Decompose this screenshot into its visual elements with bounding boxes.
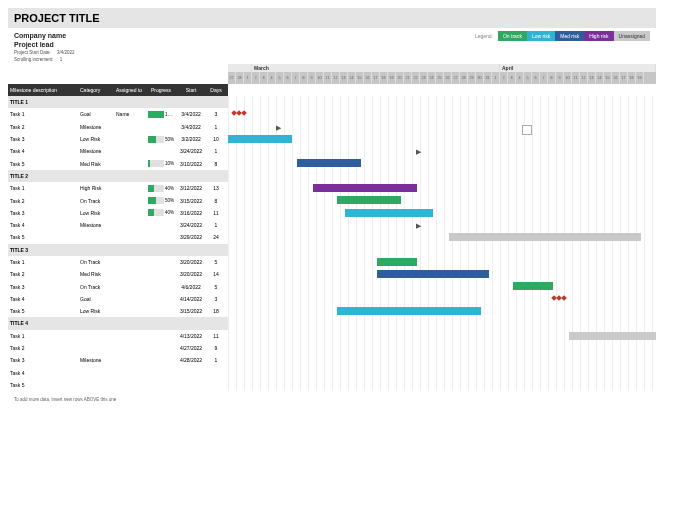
day-cell: 21 <box>404 72 412 84</box>
task-row: Task 1On Track3/20/20225 <box>8 256 228 268</box>
col-cat: Category <box>78 87 114 93</box>
day-cell: 11 <box>324 72 332 84</box>
day-cell: 8 <box>300 72 308 84</box>
cell-start: 3/2/2022 <box>176 136 206 142</box>
day-cell: 28 <box>460 72 468 84</box>
day-cell: 30 <box>476 72 484 84</box>
day-cell: 25 <box>436 72 444 84</box>
task-row: Task 4Milestone3/24/20221 <box>8 219 228 231</box>
cell-category: Med Risk <box>78 161 114 167</box>
gantt-row <box>228 367 656 379</box>
cell-start: 3/24/2022 <box>176 222 206 228</box>
gantt-bar <box>513 282 553 290</box>
cell-desc: Task 5 <box>8 234 78 240</box>
start-date-label: Project Start Date: <box>14 50 51 55</box>
column-header-row: Milestone description Category Assigned … <box>8 84 228 96</box>
cell-progress: 40% <box>146 185 176 192</box>
gantt-row <box>228 354 656 366</box>
gantt-bar <box>337 307 481 315</box>
day-cell: 2 <box>252 72 260 84</box>
month-label: April <box>500 64 656 72</box>
day-cell: 24 <box>428 72 436 84</box>
day-cell: 22 <box>412 72 420 84</box>
cell-category: On Track <box>78 284 114 290</box>
cell-desc: Task 2 <box>8 271 78 277</box>
task-row: Task 4 <box>8 367 228 379</box>
day-cell: 3 <box>508 72 516 84</box>
cell-start: 3/4/2022 <box>176 124 206 130</box>
cell-category: Milestone <box>78 124 114 130</box>
cell-days: 24 <box>206 234 226 240</box>
gantt-bar <box>228 135 292 143</box>
day-cell: 19 <box>388 72 396 84</box>
cell-desc: TITLE 2 <box>8 173 78 179</box>
legend-chip: Low risk <box>527 31 555 41</box>
body-wrap: Milestone description Category Assigned … <box>8 64 656 391</box>
gantt-row: ▶ <box>228 121 656 133</box>
section-title-row: TITLE 3 <box>8 244 228 256</box>
day-cell: 15 <box>356 72 364 84</box>
cell-desc: Task 4 <box>8 296 78 302</box>
cell-start: 3/16/2022 <box>176 210 206 216</box>
cell-start: 4/13/2022 <box>176 333 206 339</box>
gantt-row <box>228 268 656 280</box>
day-cell: 15 <box>604 72 612 84</box>
day-cell: 4 <box>268 72 276 84</box>
cell-desc: Task 3 <box>8 136 78 142</box>
gantt-row <box>228 342 656 354</box>
day-cell: 5 <box>276 72 284 84</box>
legend-chip: On track <box>498 31 527 41</box>
task-row: Task 24/27/20229 <box>8 342 228 354</box>
cell-category: On Track <box>78 198 114 204</box>
gantt-bar <box>313 184 417 192</box>
gantt-row <box>228 96 656 108</box>
left-panel: Milestone description Category Assigned … <box>8 64 228 391</box>
project-title: PROJECT TITLE <box>14 12 100 24</box>
cell-desc: Task 3 <box>8 210 78 216</box>
task-row: Task 3Low Risk50%3/2/202210 <box>8 133 228 145</box>
day-cell: 27 <box>452 72 460 84</box>
col-start: Start <box>176 87 206 93</box>
day-cell: 23 <box>420 72 428 84</box>
day-cell: 31 <box>484 72 492 84</box>
day-cell: 12 <box>580 72 588 84</box>
start-date-value: 3/4/2022 <box>57 50 75 55</box>
gantt-bar <box>449 233 641 241</box>
external-checkbox[interactable] <box>522 125 532 135</box>
legend-chip: Med risk <box>555 31 584 41</box>
cell-desc: Task 5 <box>8 308 78 314</box>
day-cell: 7 <box>292 72 300 84</box>
day-cell: 1 <box>492 72 500 84</box>
cell-desc: Task 1 <box>8 185 78 191</box>
cell-desc: Task 5 <box>8 161 78 167</box>
gantt-bar <box>345 209 433 217</box>
milestone-marker: ▶ <box>416 148 421 156</box>
cell-days: 11 <box>206 333 226 339</box>
cell-desc: Task 1 <box>8 111 78 117</box>
gantt-row <box>228 280 656 292</box>
cell-desc: Task 2 <box>8 198 78 204</box>
task-row: Task 1GoalName100%3/4/20223 <box>8 108 228 120</box>
start-date-row: Project Start Date: 3/4/2022 <box>14 50 75 55</box>
cell-category: Milestone <box>78 357 114 363</box>
day-cell: 14 <box>596 72 604 84</box>
cell-days: 8 <box>206 198 226 204</box>
cell-days: 11 <box>206 210 226 216</box>
cell-progress: 50% <box>146 135 176 142</box>
legend: Legend: On trackLow riskMed riskHigh ris… <box>475 33 650 39</box>
task-row: Task 3On Track4/6/20225 <box>8 280 228 292</box>
cell-days: 1 <box>206 148 226 154</box>
task-row: Task 4Milestone3/24/20221 <box>8 145 228 157</box>
gantt-row <box>228 244 656 256</box>
gantt-row <box>228 108 656 120</box>
task-row: Task 5Low Risk3/15/202218 <box>8 305 228 317</box>
day-cell: 19 <box>636 72 644 84</box>
task-row: Task 1High Risk40%3/12/202213 <box>8 182 228 194</box>
company-name: Company name <box>14 32 75 39</box>
cell-category: On Track <box>78 259 114 265</box>
day-cell: 3 <box>260 72 268 84</box>
cell-start: 3/10/2022 <box>176 161 206 167</box>
scroll-value: 1 <box>60 57 63 62</box>
day-cell: 7 <box>540 72 548 84</box>
legend-label: Legend: <box>475 33 493 39</box>
